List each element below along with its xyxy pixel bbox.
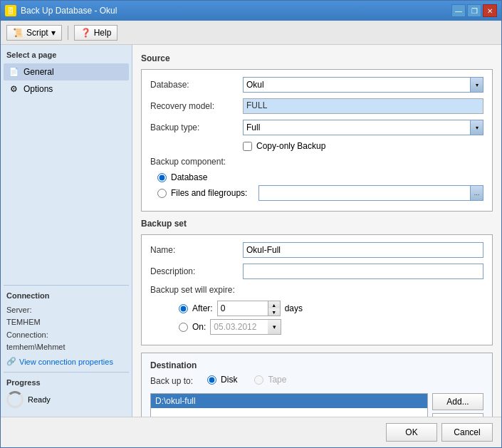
after-label: After:	[192, 303, 213, 313]
script-button[interactable]: 📜 Script ▾	[6, 25, 62, 41]
description-label: Description:	[150, 266, 243, 276]
disk-label: Disk	[221, 375, 237, 385]
sidebar-general-label: General	[23, 67, 54, 77]
files-radio-input[interactable]	[157, 189, 167, 198]
progress-section: Progress Ready	[4, 372, 129, 414]
restore-button[interactable]: ❒	[467, 4, 481, 17]
files-dropdown-text	[259, 192, 470, 194]
options-icon: ⚙	[8, 83, 19, 95]
recovery-value: FULL	[243, 98, 483, 114]
toolbar-separator	[68, 26, 68, 40]
help-icon: ❓	[80, 28, 91, 38]
main-content: Select a page 📄 General ⚙ Options Connec…	[1, 45, 501, 417]
files-radio-label: Files and filegroups:	[171, 188, 247, 198]
connection-link-icon: 🔗	[6, 357, 16, 366]
window-controls: — ❒ ✕	[451, 4, 497, 17]
backup-set-box: Name: Description: Backup set will expir…	[141, 234, 493, 345]
database-dropdown[interactable]: Okul ▾	[243, 77, 483, 93]
progress-status: Ready	[28, 395, 51, 404]
backup-type-row: Backup type: Full ▾	[150, 120, 483, 135]
backup-type-value: Full	[244, 121, 470, 134]
spinner-up-button[interactable]: ▲	[268, 301, 280, 308]
copy-only-checkbox[interactable]	[243, 142, 252, 151]
database-row: Database: Okul ▾	[150, 77, 483, 93]
dest-buttons: Add... Remove Contents	[432, 393, 483, 417]
right-panel: Source Database: Okul ▾ Recovery model: …	[132, 45, 501, 417]
connection-value: temhem\Mehmet	[6, 343, 66, 351]
backup-type-arrow-icon[interactable]: ▾	[470, 120, 483, 135]
date-input[interactable]	[211, 321, 268, 333]
window-title: Back Up Database - Okul	[21, 6, 117, 16]
after-radio[interactable]	[179, 304, 188, 313]
destination-label: Destination	[150, 360, 483, 370]
spinner-down-button[interactable]: ▼	[268, 308, 280, 316]
database-label: Database:	[150, 80, 243, 90]
connection-section: Connection Server: TEMHEM Connection: te…	[4, 285, 129, 372]
description-input[interactable]	[243, 264, 483, 279]
backup-to-row: Back up to: Disk Tape	[150, 375, 483, 387]
dest-path-item[interactable]: D:\okul-full	[151, 394, 427, 408]
description-row: Description:	[150, 264, 483, 279]
on-radio[interactable]	[179, 323, 188, 332]
files-arrow-icon[interactable]: …	[470, 186, 483, 200]
script-arrow-icon: ▾	[51, 28, 56, 38]
date-control: ▾	[210, 319, 281, 335]
sidebar-item-options[interactable]: ⚙ Options	[4, 80, 129, 98]
connection-header: Connection	[6, 291, 126, 300]
backup-type-dropdown[interactable]: Full ▾	[243, 120, 483, 135]
copy-only-row: Copy-only Backup	[243, 141, 483, 151]
tape-radio[interactable]	[254, 375, 263, 385]
database-arrow-icon[interactable]: ▾	[470, 78, 483, 92]
backup-set-section-label: Backup set	[141, 219, 493, 229]
recovery-label: Recovery model:	[150, 101, 243, 111]
ok-button[interactable]: OK	[386, 423, 437, 442]
help-button[interactable]: ❓ Help	[74, 25, 118, 41]
name-row: Name:	[150, 242, 483, 258]
name-label: Name:	[150, 245, 243, 255]
window-icon: 🗄	[5, 5, 16, 16]
close-button[interactable]: ✕	[483, 4, 497, 17]
sidebar-header: Select a page	[4, 48, 129, 63]
cancel-button[interactable]: Cancel	[441, 423, 493, 442]
files-radio-row: Files and filegroups: …	[157, 185, 483, 201]
backup-component-label: Backup component:	[150, 157, 243, 167]
progress-header: Progress	[6, 378, 126, 387]
days-label: days	[285, 303, 303, 313]
connection-link-text: View connection properties	[19, 358, 113, 366]
files-dropdown[interactable]: …	[258, 185, 483, 201]
name-input[interactable]	[243, 242, 483, 258]
disk-radio[interactable]	[207, 375, 216, 385]
main-window: 🗄 Back Up Database - Okul — ❒ ✕ 📜 Script…	[0, 0, 502, 448]
after-spinner: ▲ ▼	[217, 301, 281, 316]
database-value: Okul	[244, 78, 470, 91]
backup-type-label: Backup type:	[150, 123, 243, 132]
backup-to-label: Back up to:	[150, 376, 193, 386]
sidebar: Select a page 📄 General ⚙ Options Connec…	[1, 45, 132, 417]
help-label: Help	[94, 28, 112, 38]
destination-section: Destination Back up to: Disk Tape	[141, 353, 493, 417]
tape-radio-row: Tape	[254, 375, 286, 385]
view-connection-link[interactable]: 🔗 View connection properties	[6, 357, 126, 366]
progress-content: Ready	[6, 391, 126, 408]
tape-label: Tape	[268, 375, 286, 385]
sidebar-item-general[interactable]: 📄 General	[4, 63, 129, 80]
add-button[interactable]: Add...	[432, 393, 483, 410]
database-radio-label: Database	[171, 172, 207, 182]
dest-list[interactable]: D:\okul-full	[150, 393, 428, 417]
expires-label: Backup set will expire:	[150, 285, 243, 295]
title-bar: 🗄 Back Up Database - Okul — ❒ ✕	[1, 1, 501, 21]
dest-options: Disk Tape	[207, 375, 286, 387]
backup-component-row: Backup component:	[150, 157, 483, 167]
database-radio-input[interactable]	[157, 173, 167, 182]
on-label: On:	[192, 322, 206, 332]
recovery-row: Recovery model: FULL	[150, 98, 483, 114]
source-section-label: Source	[141, 53, 493, 63]
source-box: Database: Okul ▾ Recovery model: FULL Ba…	[141, 69, 493, 212]
script-label: Script	[26, 28, 48, 38]
minimize-button[interactable]: —	[451, 4, 466, 17]
spinner-buttons: ▲ ▼	[268, 301, 280, 316]
dest-list-container: D:\okul-full Add... Remove Contents	[150, 393, 483, 417]
calendar-button[interactable]: ▾	[268, 320, 281, 334]
disk-radio-row: Disk	[207, 375, 237, 385]
after-input[interactable]	[218, 301, 268, 316]
